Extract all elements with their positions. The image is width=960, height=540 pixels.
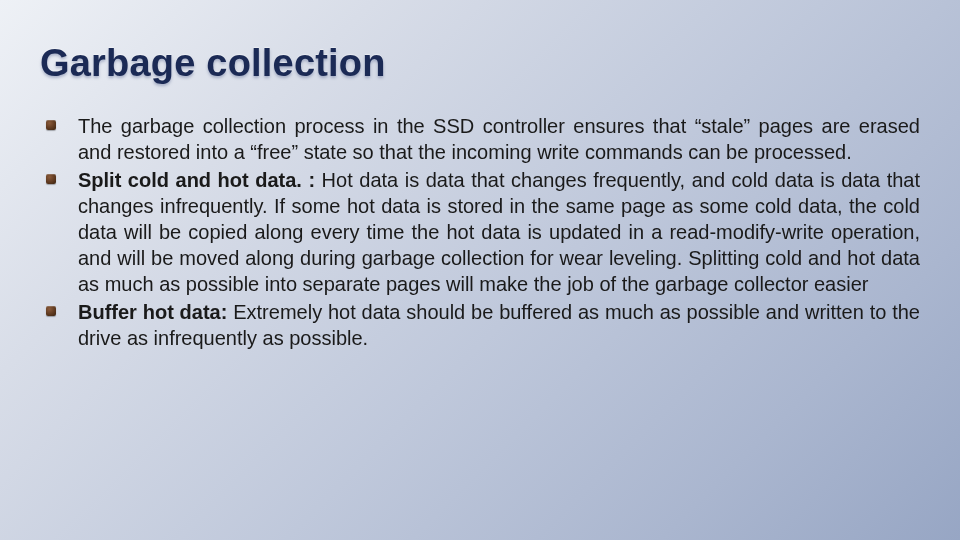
list-item: Buffer hot data: Extremely hot data shou…: [40, 299, 920, 351]
slide-title: Garbage collection: [40, 42, 920, 85]
bullet-lead: Split cold and hot data. :: [78, 169, 315, 191]
bullet-text: The garbage collection process in the SS…: [78, 115, 920, 163]
slide: Garbage collection The garbage collectio…: [0, 0, 960, 540]
list-item: Split cold and hot data. : Hot data is d…: [40, 167, 920, 297]
bullet-list: The garbage collection process in the SS…: [40, 113, 920, 351]
list-item: The garbage collection process in the SS…: [40, 113, 920, 165]
bullet-lead: Buffer hot data:: [78, 301, 227, 323]
